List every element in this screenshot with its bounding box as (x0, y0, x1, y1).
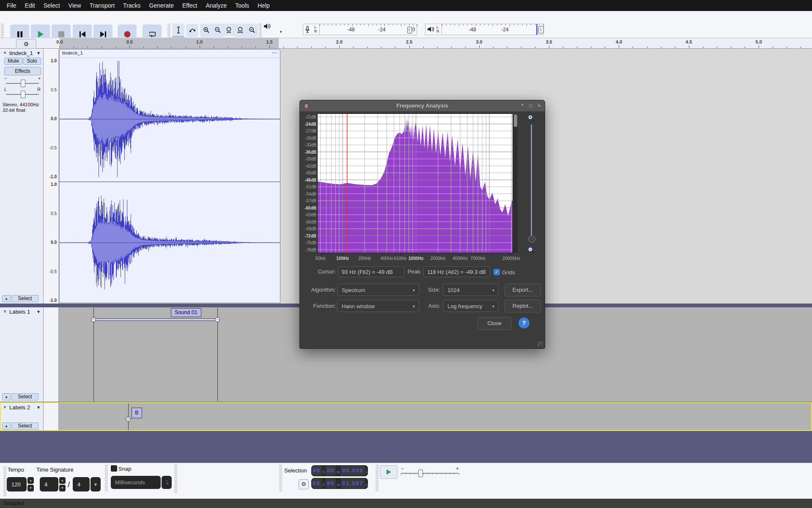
selection-options-gear[interactable]: ⚙ (299, 479, 309, 489)
dialog-title-bar[interactable]: Frequency Analysis ^ □ × (300, 100, 545, 111)
resize-grip[interactable] (538, 341, 543, 347)
play-at-speed-button[interactable] (380, 465, 398, 479)
menu-transport[interactable]: Transport (85, 0, 119, 11)
close-icon[interactable]: × (535, 102, 543, 110)
menu-analyze[interactable]: Analyze (202, 0, 231, 11)
recording-meter[interactable]: LR-48-240 (303, 24, 417, 35)
ts-spin-down[interactable]: ▼ (59, 485, 66, 491)
collapse-arrow[interactable]: ▲ (2, 393, 11, 400)
plot-scrollbar[interactable] (513, 113, 518, 253)
fit-selection-button[interactable] (223, 24, 235, 36)
zoom-in-button[interactable] (200, 24, 212, 36)
zoom-in-magnifier-icon[interactable] (527, 114, 535, 122)
zoom-out-magnifier-icon[interactable] (527, 246, 535, 254)
effects-button[interactable]: Effects (4, 67, 41, 75)
maximize-icon[interactable]: □ (527, 102, 535, 110)
snap-unit-select[interactable]: Milliseconds (111, 476, 161, 489)
close-icon[interactable]: × (2, 50, 8, 56)
selection-digits[interactable]: 00 (326, 478, 336, 489)
track-select-button[interactable]: Select (11, 295, 38, 302)
speed-slider-thumb[interactable] (418, 469, 423, 477)
play-speed-slider[interactable]: −+ (401, 466, 460, 480)
selection-digits[interactable]: 00 (312, 466, 322, 476)
collapse-arrow[interactable]: ▲ (2, 295, 11, 302)
zoom-out-button[interactable] (211, 24, 224, 36)
selection-digits[interactable]: 00.000 (341, 466, 365, 476)
label-region-bar[interactable] (93, 318, 217, 321)
chevron-down-icon[interactable]: ▼ (36, 309, 41, 314)
timeline-ruler[interactable]: ⚙ 0.00.51.01.52.02.53.03.54.04.55.0 (0, 38, 812, 49)
function-select[interactable]: Hann window▾ (337, 300, 419, 312)
fit-project-button[interactable] (234, 24, 247, 36)
tempo-input[interactable]: 120 (7, 477, 27, 491)
playback-meter[interactable]: LR-48-24 (425, 24, 543, 35)
labels1-title[interactable]: Labels 1 (9, 309, 30, 315)
clip-header[interactable]: tindeck_1⋯ (60, 50, 280, 58)
label-text[interactable]: B (132, 408, 142, 418)
selection-tool-button[interactable] (172, 24, 184, 36)
spectrum-plot[interactable] (317, 113, 513, 253)
time-signature-lower[interactable]: 4 (73, 477, 90, 491)
axis-select[interactable]: Log frequency▾ (443, 300, 499, 312)
snap-checkbox[interactable] (111, 465, 117, 472)
snap-unit-chevron[interactable]: ˇ̴ (162, 476, 172, 489)
pan-slider-thumb[interactable] (21, 91, 25, 98)
zoom-toggle-button[interactable] (246, 24, 258, 36)
label-handle-right[interactable]: › (215, 317, 220, 322)
menu-generate[interactable]: Generate (145, 0, 178, 11)
close-icon[interactable]: × (2, 309, 8, 315)
selection-start-field[interactable]: 00h00m00.000s▼ (311, 465, 368, 476)
track-title[interactable]: tindeck_1 (9, 50, 33, 56)
timeline-options-button[interactable]: ⚙ (16, 39, 36, 49)
close-icon[interactable]: × (2, 404, 8, 411)
grids-checkbox[interactable]: ✓ (494, 269, 500, 275)
labels2-area[interactable]: ‹›B (59, 403, 812, 431)
help-button[interactable]: ? (518, 318, 529, 329)
meter-scale[interactable]: -48-24 (442, 24, 543, 35)
tempo-spin-down[interactable]: ▼ (27, 485, 34, 491)
clip-menu-icon[interactable]: ⋯ (272, 50, 277, 56)
algorithm-select[interactable]: Spectrum▾ (337, 284, 419, 296)
export-button[interactable]: Export... (505, 284, 541, 296)
envelope-tool-button[interactable] (186, 24, 198, 36)
replot-button[interactable]: Replot... (505, 300, 541, 312)
minimize-icon[interactable]: ^ (518, 102, 526, 110)
menu-tracks[interactable]: Tracks (119, 0, 145, 11)
plot-zoom-slider[interactable] (531, 124, 532, 235)
menu-file[interactable]: File (3, 0, 21, 11)
collapse-arrow[interactable]: ▲ (2, 422, 11, 430)
meter-grabber[interactable] (538, 26, 544, 33)
menu-edit[interactable]: Edit (21, 0, 39, 11)
label-point-handle[interactable]: ‹› (126, 417, 131, 422)
menu-help[interactable]: Help (253, 0, 274, 11)
ts-spin-up[interactable]: ▲ (59, 477, 66, 484)
solo-button[interactable]: Solo (23, 58, 41, 65)
audio-clip[interactable]: tindeck_1⋯ (59, 49, 280, 303)
menu-select[interactable]: Select (39, 0, 64, 11)
selection-digits[interactable]: 00 (312, 478, 322, 489)
tempo-spin-up[interactable]: ▲ (27, 477, 34, 484)
size-select[interactable]: 1024▾ (443, 284, 499, 296)
label-text[interactable]: Sound 01 (171, 308, 201, 317)
chevron-down-icon[interactable]: ▼ (36, 51, 41, 55)
selection-digits[interactable]: 00 (326, 466, 336, 476)
vertical-scale-ruler[interactable]: 1.00.50.0-0.5-1.01.00.50.0-0.5-1.0 (44, 49, 59, 304)
selection-digits[interactable]: 01.567 (341, 478, 365, 489)
labels2-select-button[interactable]: Select (11, 422, 38, 430)
plot-scrollbar-thumb[interactable] (514, 114, 517, 127)
menu-view[interactable]: View (64, 0, 85, 11)
meter-grabber[interactable] (407, 27, 412, 33)
ts-lower-dropdown[interactable]: ▼ (91, 477, 101, 491)
menu-effect[interactable]: Effect (178, 0, 202, 11)
plot-zoom-knob[interactable] (528, 235, 535, 243)
meter-scale[interactable]: -48-240 (319, 24, 417, 35)
chevron-down-icon[interactable]: ▼ (36, 405, 41, 410)
labels2-title[interactable]: Labels 2 (9, 404, 30, 411)
mute-button[interactable]: Mute (4, 58, 22, 65)
gain-slider-thumb[interactable] (21, 80, 25, 87)
time-signature-upper[interactable]: 4 (40, 477, 58, 491)
labels1-select-button[interactable]: Select (11, 393, 38, 400)
menu-tools[interactable]: Tools (231, 0, 253, 11)
close-button[interactable]: Close (477, 317, 511, 330)
waveform-canvas[interactable] (60, 50, 280, 303)
